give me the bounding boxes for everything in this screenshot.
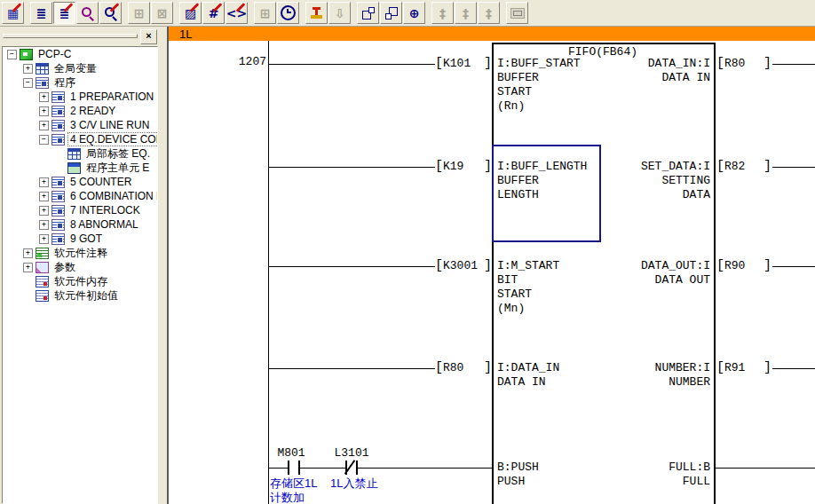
tree-item-label[interactable]: 程序 [52,75,77,91]
fb-output-pin[interactable]: DATA_OUT:I [573,259,710,273]
tree-item-label[interactable]: 局部标签 EQ. [84,146,152,161]
pin-comment: DATA IN [573,71,710,85]
collapse-icon[interactable]: − [39,135,49,145]
fb-output-pin[interactable]: SET_DATA:I [573,160,710,174]
program-icon [51,106,65,117]
expand-icon[interactable]: + [23,64,33,74]
expand-icon[interactable]: + [39,121,49,130]
input-operand-cell[interactable]: [K101] [435,57,492,71]
input-operand-cell[interactable]: [R80] [435,361,492,375]
global-search-icon[interactable]: ⊕ [403,2,425,24]
tree-item-label[interactable]: 3 C/V LINE RUN [68,119,151,131]
tree-item-label[interactable]: 2 READY [68,105,117,117]
tree-item-label[interactable]: PCP-C [36,48,73,60]
zoom-edit-icon[interactable] [99,2,122,24]
input-operand-cell[interactable]: [K19] [435,160,492,174]
tree-item-label[interactable]: 6 COMBINATION LI [68,190,158,202]
fb-tree-icon[interactable]: ≣ [30,2,52,24]
device-test-icon[interactable] [305,2,328,24]
tree-item-label[interactable]: 参数 [52,260,77,275]
tree-item--e[interactable]: 程序主单元 E [3,161,157,175]
rung-line [716,468,815,469]
fb-tree-edit-icon[interactable]: ≣ [53,2,75,24]
tree-item-label[interactable]: 软元件注释 [52,246,109,261]
tree-item-pcp-c[interactable]: −PCP-C [3,47,157,61]
expand-icon[interactable]: + [39,220,49,230]
tree-item-label[interactable]: 1 PREPARATION [68,91,155,103]
collapse-icon[interactable]: − [7,50,17,59]
output-operand-cell[interactable]: [R91] [716,361,771,375]
tree-item-8-abnormal[interactable]: +8 ABNORMAL [3,217,157,232]
output-operand-cell[interactable]: [R80] [716,57,771,71]
pin-comment: BUFFER [497,174,539,188]
tree-item-3-c-v-line-run[interactable]: +3 C/V LINE RUN [3,118,157,132]
contact-device-label[interactable]: L3101 [327,446,376,460]
write-to-plc-icon: ⊠ [157,7,168,20]
tree-item-6-combination-li[interactable]: +6 COMBINATION LI [3,189,157,203]
ladder-monitor-icon[interactable]: ▦ [2,2,24,24]
device-test-icon [311,7,322,19]
tree-item-4-eq-device-con[interactable]: −4 EQ.DEVICE CON [3,132,157,146]
align-ladder-middle-icon: ‡ [463,7,469,20]
tree-item--[interactable]: 软元件内存 [3,274,157,288]
expand-icon[interactable]: + [39,106,49,116]
expand-icon[interactable]: + [39,192,49,201]
tree-item-label[interactable]: 8 ABNORMAL [68,218,140,231]
output-operand-cell[interactable]: [R90] [716,259,771,273]
device-comment: 1L入禁止 [330,476,377,490]
tree-item-label[interactable]: 4 EQ.DEVICE CON [68,133,158,146]
tree-item-2-ready[interactable]: +2 READY [3,104,157,118]
pin-comment: START [497,287,532,302]
tree-item-label[interactable]: 全局变量 [52,61,99,76]
tree-item--[interactable]: +全局变量 [3,61,157,75]
tree-item-label[interactable]: 9 GOT [68,232,104,245]
device-edit-icon[interactable]: <> [226,2,248,24]
tree-item-label[interactable]: 软元件初始值 [52,288,120,303]
tree-item-label[interactable]: 程序主单元 E [84,161,151,176]
expand-icon[interactable]: + [39,177,49,187]
contact-device-label[interactable]: M801 [269,446,313,460]
expand-icon[interactable]: + [23,248,33,258]
fb-input-pin[interactable]: I:M_START [497,259,559,273]
fb-input-pin[interactable]: B:PUSH [497,461,539,475]
line-edit-icon[interactable]: # [202,2,225,24]
expand-icon[interactable]: + [39,234,49,244]
ladder-tab-label: 1L [179,28,192,41]
expand-icon[interactable]: + [39,92,49,102]
tree-item-9-got[interactable]: +9 GOT [3,232,157,246]
ladder-edit-icon[interactable]: ▨ [179,2,202,24]
collapse-icon[interactable]: − [23,78,33,88]
tree-item--[interactable]: +软元件注释 [3,246,157,260]
global-search-icon: ⊕ [409,7,420,20]
tree-item--eq-[interactable]: 局部标签 EQ. [3,146,157,161]
tree-item-label[interactable]: 软元件内存 [52,274,109,289]
fb-input-pin[interactable]: I:DATA_IN [497,361,559,375]
fb-output-pin[interactable]: NUMBER:I [573,361,710,375]
entry-monitor-icon[interactable] [277,2,299,24]
fb-input-pin[interactable]: I:BUFF_START [497,57,581,71]
grid-display-icon: ⊞ [254,2,276,24]
output-operand-cell[interactable]: [R82] [716,160,771,174]
pin-comment: BIT [497,273,518,287]
panel-drag-handle[interactable] [3,34,138,38]
window-back-icon[interactable] [357,2,379,24]
fb-output-pin[interactable]: DATA_IN:I [573,57,710,71]
pin-comment: DATA OUT [573,273,710,287]
tree-item-5-counter[interactable]: +5 COUNTER [3,175,157,189]
tree-item-1-preparation[interactable]: +1 PREPARATION [3,90,157,104]
fb-output-pin[interactable]: FULL:B [573,461,710,475]
window-forward-icon[interactable] [380,2,402,24]
tree-item-7-interlock[interactable]: +7 INTERLOCK [3,203,157,217]
zoom-monitor-icon[interactable] [76,2,99,24]
tree-item--[interactable]: 软元件初始值 [3,288,157,303]
input-operand-cell[interactable]: [K3001] [435,259,492,273]
tree-item--[interactable]: −程序 [3,75,157,90]
expand-icon[interactable]: + [23,263,33,272]
tree-item-label[interactable]: 5 COUNTER [68,176,133,188]
tree-item--[interactable]: +参数 [3,260,157,274]
expand-icon[interactable]: + [39,206,49,216]
close-icon[interactable]: × [140,29,157,44]
screen-display-icon [510,8,525,19]
tree-item-label[interactable]: 7 INTERLOCK [68,204,142,217]
bracket-close: ] [484,361,492,375]
